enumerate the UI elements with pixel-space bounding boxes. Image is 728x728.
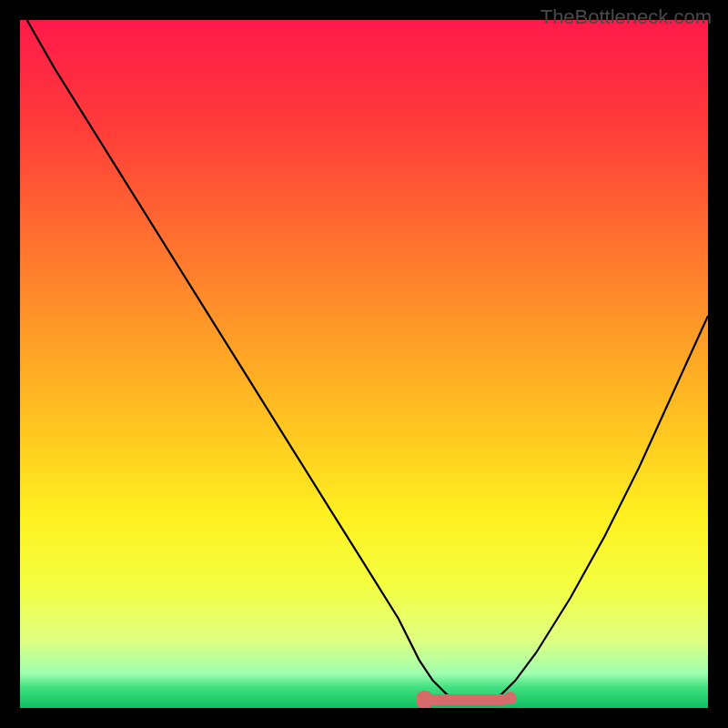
svg-point-2 bbox=[504, 692, 517, 704]
watermark-text: TheBottleneck.com bbox=[541, 5, 712, 29]
svg-rect-1 bbox=[416, 691, 432, 708]
gradient-background bbox=[20, 20, 708, 708]
chart-svg bbox=[20, 20, 708, 708]
chart-container bbox=[20, 20, 708, 708]
